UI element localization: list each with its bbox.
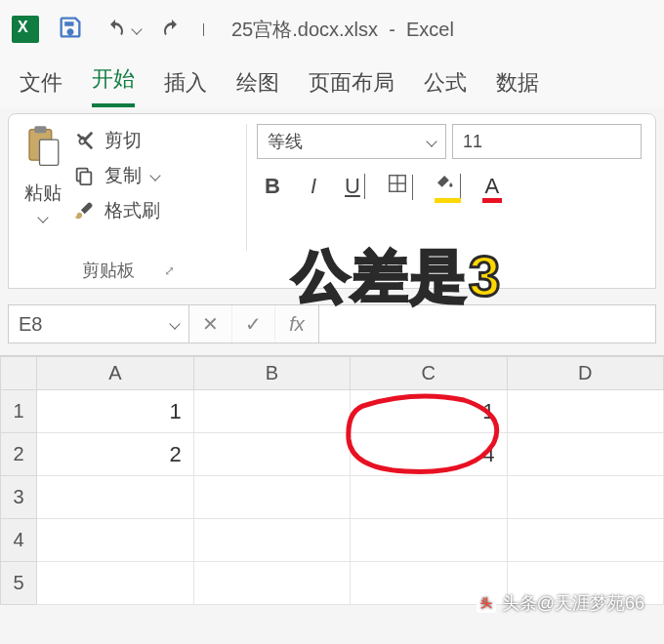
row-header-5[interactable]: 5 bbox=[1, 562, 37, 605]
row-header-2[interactable]: 2 bbox=[1, 433, 37, 476]
font-group: 等线 11 B I U bbox=[257, 124, 642, 251]
col-header-b[interactable]: B bbox=[193, 357, 350, 390]
cell-a5[interactable] bbox=[37, 562, 193, 605]
col-header-a[interactable]: A bbox=[37, 357, 193, 390]
border-button[interactable] bbox=[387, 173, 413, 200]
cut-button[interactable]: 剪切 bbox=[73, 128, 160, 153]
watermark: 头 头条@天涯梦苑66 bbox=[477, 591, 644, 615]
row-header-1[interactable]: 1 bbox=[1, 390, 37, 433]
chevron-down-icon bbox=[37, 212, 48, 222]
tab-insert[interactable]: 插入 bbox=[164, 68, 207, 107]
cut-label: 剪切 bbox=[104, 128, 142, 153]
cell-b2[interactable] bbox=[193, 433, 350, 476]
name-box-value: E8 bbox=[19, 313, 42, 336]
chevron-down-icon bbox=[412, 175, 413, 200]
select-all-corner[interactable] bbox=[1, 357, 37, 390]
chevron-down-icon bbox=[203, 23, 204, 36]
redo-button[interactable] bbox=[158, 18, 186, 41]
font-size-select[interactable]: 11 bbox=[452, 124, 642, 159]
underline-button[interactable]: U bbox=[345, 174, 365, 199]
paste-label: 粘贴 bbox=[24, 181, 62, 206]
format-painter-button[interactable]: 格式刷 bbox=[73, 198, 160, 223]
tab-file[interactable]: 文件 bbox=[20, 68, 62, 107]
window-title: 25宫格.docx.xlsx - Excel bbox=[231, 17, 454, 43]
clipboard-group: 粘贴 剪切 复制 格式刷 bbox=[22, 124, 247, 251]
cell-b3[interactable] bbox=[193, 476, 350, 519]
cell-d4[interactable] bbox=[507, 519, 663, 562]
annotation-overlay: 公差是3 bbox=[293, 239, 502, 315]
font-size-value: 11 bbox=[463, 132, 482, 152]
chevron-down-icon bbox=[364, 174, 365, 199]
brush-icon bbox=[73, 200, 95, 221]
border-icon bbox=[387, 173, 408, 194]
cell-d2[interactable] bbox=[507, 433, 663, 476]
row-header-4[interactable]: 4 bbox=[1, 519, 37, 562]
format-painter-label: 格式刷 bbox=[104, 198, 160, 223]
italic-button[interactable]: I bbox=[304, 174, 323, 199]
watermark-icon: 头 bbox=[477, 593, 496, 613]
cell-a1[interactable]: 1 bbox=[37, 390, 193, 433]
cancel-formula-button[interactable]: ✕ bbox=[189, 305, 232, 342]
svg-rect-1 bbox=[34, 126, 46, 133]
chevron-down-icon bbox=[149, 170, 160, 181]
chevron-down-icon bbox=[460, 174, 461, 199]
row-header-3[interactable]: 3 bbox=[1, 476, 37, 519]
bold-button[interactable]: B bbox=[263, 174, 282, 199]
bucket-icon bbox=[435, 174, 456, 193]
paste-button[interactable]: 粘贴 bbox=[22, 124, 63, 223]
scissors-icon bbox=[73, 130, 95, 151]
spreadsheet-grid[interactable]: A B C D 1 1 1 2 2 4 3 4 5 bbox=[0, 355, 664, 605]
cell-c3[interactable] bbox=[351, 476, 507, 519]
font-color-button[interactable]: A bbox=[482, 174, 502, 199]
copy-icon bbox=[73, 165, 95, 186]
accept-formula-button[interactable]: ✓ bbox=[232, 305, 275, 342]
name-box[interactable]: E8 bbox=[8, 304, 189, 343]
chevron-down-icon bbox=[169, 318, 180, 329]
copy-button[interactable]: 复制 bbox=[73, 163, 160, 188]
svg-rect-2 bbox=[40, 140, 59, 165]
tab-home[interactable]: 开始 bbox=[92, 64, 135, 107]
font-name-select[interactable]: 等线 bbox=[257, 124, 446, 159]
chevron-down-icon bbox=[131, 23, 142, 34]
ribbon-tabs: 文件 开始 插入 绘图 页面布局 公式 数据 bbox=[0, 59, 664, 107]
col-header-d[interactable]: D bbox=[507, 357, 663, 390]
title-bar: 25宫格.docx.xlsx - Excel bbox=[0, 0, 664, 59]
svg-rect-4 bbox=[80, 172, 91, 184]
font-name-value: 等线 bbox=[268, 130, 303, 153]
save-button[interactable] bbox=[57, 14, 84, 45]
excel-app-icon bbox=[12, 16, 39, 43]
watermark-text: 头条@天涯梦苑66 bbox=[502, 591, 644, 615]
qat-overflow-button[interactable] bbox=[203, 23, 204, 35]
paste-icon bbox=[22, 124, 63, 175]
cell-c2[interactable]: 4 bbox=[351, 433, 507, 476]
chevron-down-icon bbox=[426, 136, 436, 146]
cell-d3[interactable] bbox=[507, 476, 663, 519]
cell-b1[interactable] bbox=[193, 390, 350, 433]
fill-color-button[interactable] bbox=[435, 174, 461, 199]
tab-formula[interactable]: 公式 bbox=[424, 68, 467, 107]
copy-label: 复制 bbox=[104, 163, 142, 188]
col-header-c[interactable]: C bbox=[351, 357, 507, 390]
cell-a2[interactable]: 2 bbox=[37, 433, 193, 476]
cell-a3[interactable] bbox=[37, 476, 193, 519]
cell-a4[interactable] bbox=[37, 519, 193, 562]
tab-layout[interactable]: 页面布局 bbox=[309, 68, 394, 107]
clipboard-group-label: 剪贴板 ⤢ bbox=[9, 259, 247, 282]
cell-b5[interactable] bbox=[193, 562, 350, 605]
dialog-launcher-icon[interactable]: ⤢ bbox=[164, 263, 175, 278]
tab-data[interactable]: 数据 bbox=[496, 68, 539, 107]
tab-draw[interactable]: 绘图 bbox=[236, 68, 279, 107]
cell-c1[interactable]: 1 bbox=[351, 390, 507, 433]
cell-b4[interactable] bbox=[193, 519, 350, 562]
cell-c4[interactable] bbox=[351, 519, 507, 562]
undo-button[interactable] bbox=[102, 18, 141, 41]
cell-d1[interactable] bbox=[507, 390, 663, 433]
